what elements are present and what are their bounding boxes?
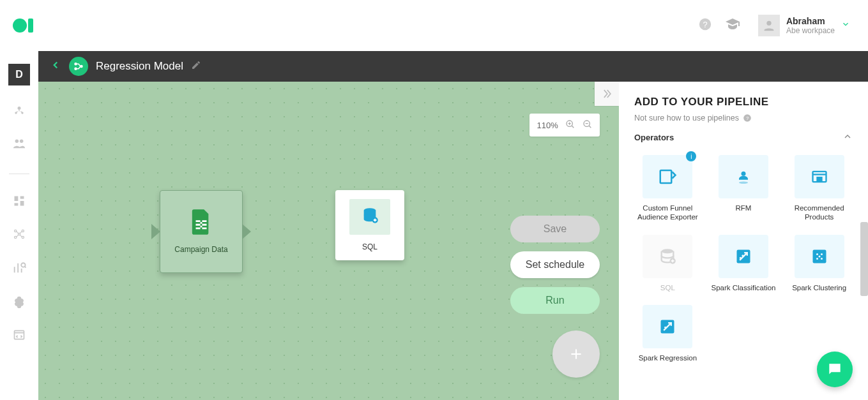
user-menu[interactable]: Abraham Abe workpace <box>753 12 855 39</box>
target-icon[interactable] <box>13 103 26 119</box>
svg-point-17 <box>21 263 25 267</box>
operator-label: Spark Clustering <box>792 283 846 292</box>
regression-icon <box>643 305 692 348</box>
avatar-icon <box>758 15 780 36</box>
pipeline-title: Regression Model <box>96 60 183 73</box>
collapse-panel-icon[interactable] <box>595 82 619 106</box>
graduation-cap-icon[interactable] <box>725 17 740 34</box>
logo[interactable] <box>13 19 33 33</box>
node-output-port[interactable] <box>242 224 251 239</box>
svg-rect-8 <box>15 196 19 202</box>
scatter-expand-icon <box>719 235 768 278</box>
svg-rect-10 <box>20 201 24 206</box>
operator-label: Spark Classification <box>712 283 776 292</box>
svg-point-19 <box>75 63 77 65</box>
operator-label: Spark Regression <box>639 353 697 362</box>
workspace-badge[interactable]: D <box>8 64 30 85</box>
zoom-out-icon[interactable] <box>582 119 593 131</box>
svg-point-13 <box>22 230 24 232</box>
svg-point-44 <box>664 327 666 329</box>
dashboard-icon[interactable] <box>13 195 26 210</box>
back-icon[interactable] <box>50 59 61 73</box>
panel-hint-text: Not sure how to use pipelines <box>634 114 739 122</box>
panel-title: ADD TO YOUR PIPELINE <box>634 96 853 108</box>
user-workspace: Abe workpace <box>786 26 835 35</box>
chevron-down-icon <box>841 20 850 31</box>
svg-point-30 <box>739 182 748 184</box>
svg-text:?: ? <box>746 115 749 121</box>
svg-point-42 <box>818 255 820 257</box>
logo-bar-icon <box>28 19 33 33</box>
svg-point-35 <box>740 257 742 259</box>
svg-point-3 <box>18 107 21 110</box>
action-buttons: Save Set schedule Run <box>510 216 600 378</box>
set-schedule-button[interactable]: Set schedule <box>510 251 600 278</box>
save-button[interactable]: Save <box>510 216 600 242</box>
svg-point-40 <box>816 258 818 260</box>
help-icon: ? <box>743 114 752 122</box>
zoom-control: 110% <box>529 114 600 137</box>
chevron-up-icon <box>842 131 853 144</box>
graph-network-icon[interactable] <box>13 228 26 243</box>
operator-label: Recommended Products <box>786 204 853 222</box>
add-fab[interactable] <box>552 330 600 378</box>
svg-point-20 <box>75 68 77 70</box>
svg-rect-11 <box>15 203 19 205</box>
run-button[interactable]: Run <box>510 287 600 314</box>
panel-hint[interactable]: Not sure how to use pipelines ? <box>634 114 853 122</box>
section-label: Operators <box>634 133 674 142</box>
funnel-icon: i <box>643 155 692 198</box>
operator-spark-regression[interactable]: Spark Regression <box>634 305 701 362</box>
svg-point-15 <box>22 236 24 238</box>
node-input-port[interactable] <box>151 224 160 239</box>
svg-rect-28 <box>660 170 672 183</box>
spreadsheet-icon <box>190 209 212 237</box>
pipeline-type-icon <box>69 57 88 76</box>
database-icon <box>349 199 390 235</box>
logo-circle-icon <box>13 19 27 33</box>
node-campaign-data[interactable]: Campaign Data <box>160 190 243 273</box>
shopping-window-icon <box>795 155 844 198</box>
left-nav: D <box>0 51 38 400</box>
nav-divider <box>9 174 29 174</box>
node-sql[interactable]: SQL <box>335 190 404 260</box>
operator-rfm[interactable]: RFM <box>710 155 777 222</box>
svg-point-7 <box>20 140 23 144</box>
zoom-in-icon[interactable] <box>565 119 575 131</box>
operator-spark-classification[interactable]: Spark Classification <box>710 235 777 292</box>
svg-point-32 <box>662 249 674 253</box>
operator-spark-clustering[interactable]: Spark Clustering <box>786 235 853 292</box>
operator-sql[interactable]: SQL <box>634 235 701 292</box>
help-icon[interactable]: ? <box>698 17 712 34</box>
svg-point-12 <box>15 230 17 232</box>
svg-rect-18 <box>15 330 24 339</box>
operators-section-header[interactable]: Operators <box>634 131 853 144</box>
operator-recommended-products[interactable]: Recommended Products <box>786 155 853 222</box>
database-plus-icon <box>643 235 692 278</box>
cluster-icon <box>795 235 844 278</box>
svg-point-14 <box>15 236 17 238</box>
zoom-level: 110% <box>537 121 558 130</box>
operator-label: Custom Funnel Audience Exporter <box>634 204 701 222</box>
svg-point-21 <box>80 66 82 68</box>
operator-custom-funnel[interactable]: i Custom Funnel Audience Exporter <box>634 155 701 222</box>
person-pin-icon <box>719 155 768 198</box>
scrollbar-thumb[interactable] <box>860 222 868 296</box>
svg-rect-9 <box>20 196 24 199</box>
users-icon[interactable] <box>12 137 26 153</box>
node-label: SQL <box>362 242 377 251</box>
brain-icon[interactable] <box>13 295 26 311</box>
svg-point-39 <box>821 253 823 255</box>
top-header: ? Abraham Abe workpace <box>0 0 868 51</box>
node-label: Campaign Data <box>174 245 227 254</box>
code-window-icon[interactable] <box>13 329 26 344</box>
chat-launcher[interactable] <box>817 352 853 387</box>
edit-icon[interactable] <box>191 60 201 73</box>
svg-point-38 <box>816 253 818 255</box>
operator-label: RFM <box>736 204 752 212</box>
info-badge-icon: i <box>686 151 696 161</box>
svg-point-41 <box>821 258 823 260</box>
svg-point-36 <box>742 255 743 256</box>
operator-label: SQL <box>660 283 675 292</box>
analytics-icon[interactable] <box>12 261 26 278</box>
